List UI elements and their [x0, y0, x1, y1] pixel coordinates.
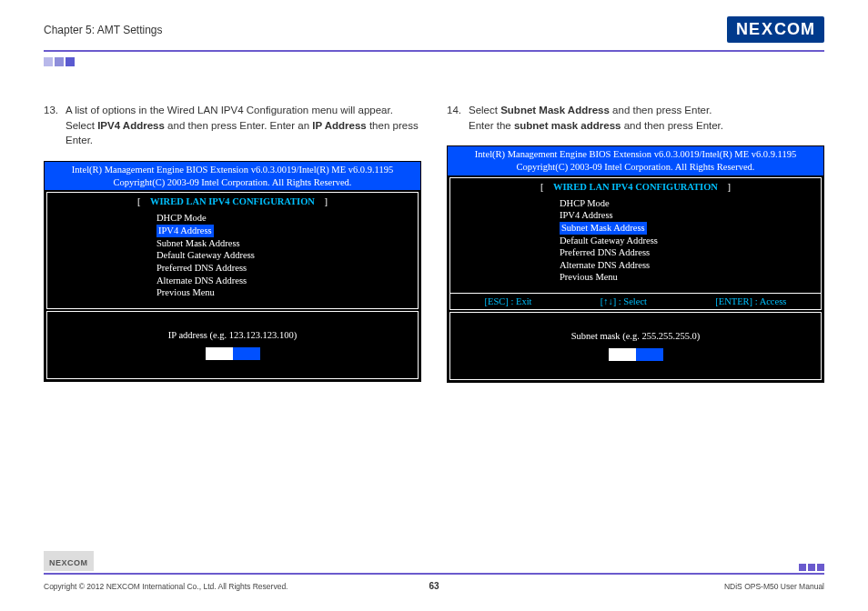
- left-column: 13. A list of options in the Wired LAN I…: [44, 103, 421, 383]
- bios-menu-left: DHCP ModeIPV4 AddressSubnet Mask Address…: [47, 210, 418, 307]
- bios-menu-item[interactable]: Default Gateway Address: [560, 235, 821, 247]
- bios-menu-item[interactable]: Alternate DNS Address: [560, 259, 821, 272]
- footer-squares-icon: [799, 564, 824, 571]
- chapter-title: Chapter 5: AMT Settings: [44, 24, 163, 36]
- step-number: 13.: [44, 103, 66, 148]
- bios-menu-item[interactable]: Subnet Mask Address: [560, 222, 647, 235]
- corner-squares: [44, 57, 868, 66]
- bios-section-title: [ WIRED LAN IPV4 CONFIGURATION ]: [450, 178, 821, 195]
- bios-menu-item[interactable]: Subnet Mask Address: [156, 237, 418, 250]
- step-text: Select Subnet Mask Address and then pres…: [469, 103, 824, 133]
- footer-copyright: Copyright © 2012 NEXCOM International Co…: [44, 582, 288, 591]
- bios-menu-right: DHCP ModeIPV4 AddressSubnet Mask Address…: [450, 195, 821, 293]
- bios-section-title: [ WIRED LAN IPV4 CONFIGURATION ]: [47, 193, 418, 210]
- bios-input-area-left: IP address (e.g. 123.123.123.100): [46, 311, 419, 379]
- bios-text-input[interactable]: [609, 348, 663, 361]
- bios-menu-item[interactable]: Default Gateway Address: [156, 249, 418, 262]
- bios-screenshot-right: Intel(R) Management Engine BIOS Extensio…: [447, 145, 824, 383]
- step-number: 14.: [447, 103, 469, 133]
- footer-manual-name: NDiS OPS-M50 User Manual: [724, 582, 824, 591]
- step-13: 13. A list of options in the Wired LAN I…: [44, 103, 421, 148]
- bios-text-input[interactable]: [206, 347, 260, 360]
- bios-menu-item[interactable]: Alternate DNS Address: [156, 275, 418, 287]
- bios-menu-item[interactable]: DHCP Mode: [156, 212, 418, 225]
- bios-menu-item[interactable]: Preferred DNS Address: [156, 262, 418, 275]
- bios-nav-hints: [ESC] : Exit [↑↓] : Select [ENTER] : Acc…: [450, 293, 821, 309]
- header-rule: [44, 50, 824, 52]
- bios-menu-item[interactable]: Preferred DNS Address: [560, 246, 821, 259]
- right-column: 14. Select Subnet Mask Address and then …: [447, 103, 824, 383]
- bios-menu-item[interactable]: IPV4 Address: [156, 225, 214, 237]
- bios-menu-item[interactable]: IPV4 Address: [560, 209, 821, 222]
- footer-rule: [44, 573, 824, 575]
- footer-logo: NEXCOM: [44, 551, 94, 571]
- bios-header: Intel(R) Management Engine BIOS Extensio…: [45, 162, 420, 190]
- bios-menu-item[interactable]: Previous Menu: [156, 286, 418, 299]
- bios-input-area-right: Subnet mask (e.g. 255.255.255.0): [449, 312, 822, 380]
- bios-menu-item[interactable]: Previous Menu: [560, 271, 821, 284]
- bios-header: Intel(R) Management Engine BIOS Extensio…: [448, 146, 823, 175]
- nexcom-logo: NEXCOM: [727, 16, 824, 43]
- step-14: 14. Select Subnet Mask Address and then …: [447, 103, 824, 133]
- bios-screenshot-left: Intel(R) Management Engine BIOS Extensio…: [44, 161, 421, 382]
- step-text: A list of options in the Wired LAN IPV4 …: [66, 103, 421, 148]
- bios-menu-item[interactable]: DHCP Mode: [560, 197, 821, 210]
